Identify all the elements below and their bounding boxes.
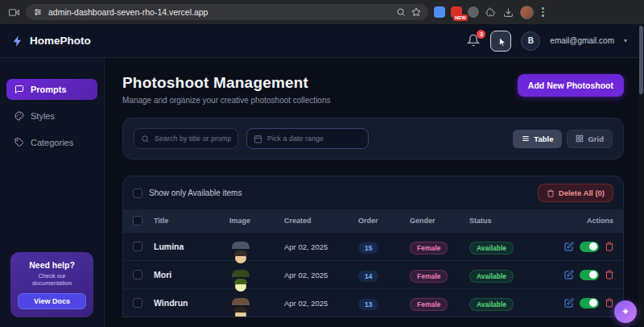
edit-icon[interactable] xyxy=(564,242,574,251)
availability-toggle[interactable] xyxy=(580,270,599,280)
main-content: Photoshoot Management Manage and organiz… xyxy=(105,58,638,327)
notifications-bell-icon[interactable]: 3 xyxy=(467,34,481,48)
photoshoot-table-card: Show only Available items Delete All (0)… xyxy=(122,176,624,317)
app-header: HomePhoto 3 B email@gmail.com ▾ xyxy=(0,24,638,58)
show-available-checkbox[interactable] xyxy=(133,188,142,198)
row-created: Apr 02, 2025 xyxy=(284,271,358,279)
table-row: Mori Apr 02, 2025 14 Female Available xyxy=(123,260,623,288)
help-title: Need help? xyxy=(18,260,86,270)
notification-count-badge: 3 xyxy=(477,30,485,39)
new-badge: NEW xyxy=(453,14,468,21)
user-avatar[interactable]: B xyxy=(521,31,540,51)
page-title: Photoshoot Management xyxy=(122,74,331,92)
table-view-button[interactable]: Table xyxy=(513,130,562,148)
gender-badge: Female xyxy=(410,298,448,311)
filter-bar: Table Grid xyxy=(122,118,624,159)
sidebar-item-prompts[interactable]: Prompts xyxy=(6,79,97,100)
help-subtitle: Check our documentation xyxy=(18,272,86,287)
view-toggle-group: Table Grid xyxy=(513,130,613,148)
screen: admin-dashboard-seven-rho-14.vercel.app … xyxy=(0,0,644,327)
sidebar-item-label: Styles xyxy=(31,111,55,121)
chevron-down-icon[interactable]: ▾ xyxy=(624,37,627,44)
gender-badge: Female xyxy=(410,270,448,283)
row-title: Windrun xyxy=(154,298,229,308)
row-title: Mori xyxy=(154,270,229,279)
table-row: Windrun Apr 02, 2025 13 Female Available xyxy=(123,288,623,317)
order-badge: 14 xyxy=(358,271,378,282)
browser-profile-avatar[interactable] xyxy=(520,6,534,19)
chat-icon xyxy=(14,85,24,94)
trash-icon[interactable] xyxy=(605,298,614,308)
sparkle-icon: ✦ xyxy=(621,306,630,317)
edit-icon[interactable] xyxy=(564,270,574,279)
add-new-photoshoot-button[interactable]: Add New Photoshoot xyxy=(518,74,624,97)
row-checkbox[interactable] xyxy=(133,298,142,308)
scrollbar-thumb[interactable] xyxy=(639,26,643,94)
row-checkbox[interactable] xyxy=(133,242,142,251)
bolt-logo-icon xyxy=(11,35,24,48)
tune-icon[interactable] xyxy=(33,7,43,17)
show-available-label: Show only Available items xyxy=(149,188,242,197)
sidebar-item-styles[interactable]: Styles xyxy=(6,106,97,126)
order-badge: 15 xyxy=(358,242,378,254)
availability-toggle[interactable] xyxy=(580,242,599,252)
tag-icon xyxy=(14,138,24,147)
page-subtitle: Manage and organize your creative photos… xyxy=(122,96,331,105)
puzzle-extensions-icon[interactable] xyxy=(485,6,497,19)
help-card: Need help? Check our documentation View … xyxy=(10,252,93,317)
search-icon[interactable] xyxy=(396,7,406,17)
search-field[interactable] xyxy=(134,128,238,149)
table-row: Lumina Apr 02, 2025 15 Female Available xyxy=(123,232,623,260)
grid-icon xyxy=(576,135,584,143)
col-image: Image xyxy=(229,217,284,225)
mouse-cursor-icon xyxy=(497,37,508,48)
col-created: Created xyxy=(284,217,358,225)
list-icon xyxy=(522,135,530,143)
sidebar-item-label: Prompts xyxy=(31,85,67,94)
sidebar: Prompts Styles Categories Need help? Che… xyxy=(0,58,105,327)
delete-all-button[interactable]: Delete All (0) xyxy=(538,184,613,202)
trash-icon[interactable] xyxy=(605,270,614,279)
gender-badge: Female xyxy=(410,242,448,255)
availability-toggle[interactable] xyxy=(580,298,599,308)
col-order: Order xyxy=(358,217,410,225)
trash-icon xyxy=(547,189,555,197)
brand[interactable]: HomePhoto xyxy=(11,35,91,48)
view-docs-button[interactable]: View Docs xyxy=(18,293,86,309)
sidebar-item-label: Categories xyxy=(31,138,73,147)
extension-blue-icon[interactable] xyxy=(434,6,445,18)
sidebar-item-categories[interactable]: Categories xyxy=(6,132,97,153)
browser-menu-icon[interactable] xyxy=(539,7,547,17)
page-header: Photoshoot Management Manage and organiz… xyxy=(122,74,624,105)
table-header-row: Title Image Created Order Gender Status … xyxy=(123,209,623,232)
edit-icon[interactable] xyxy=(564,298,574,308)
date-range-input[interactable] xyxy=(267,135,361,143)
extension-globe-icon[interactable] xyxy=(468,6,479,18)
row-title: Lumina xyxy=(154,242,229,251)
col-title: Title xyxy=(154,217,229,225)
user-email[interactable]: email@gmail.com xyxy=(550,36,614,45)
grid-view-button[interactable]: Grid xyxy=(567,130,613,148)
palette-icon xyxy=(14,111,24,121)
date-range-field[interactable] xyxy=(246,128,369,149)
cursor-tool-button[interactable] xyxy=(490,31,511,52)
status-badge: Available xyxy=(469,242,514,255)
row-created: Apr 02, 2025 xyxy=(284,242,358,251)
search-input[interactable] xyxy=(155,135,231,143)
chat-fab-button[interactable]: ✦ xyxy=(614,300,637,323)
download-icon[interactable] xyxy=(502,6,514,19)
trash-icon[interactable] xyxy=(605,242,614,251)
bookmark-star-icon[interactable] xyxy=(411,7,421,17)
row-created: Apr 02, 2025 xyxy=(284,299,358,308)
col-status: Status xyxy=(469,217,564,225)
row-checkbox[interactable] xyxy=(133,270,142,279)
status-badge: Available xyxy=(469,270,514,283)
search-icon xyxy=(141,135,150,143)
page-scrollbar[interactable] xyxy=(638,24,644,327)
extension-red-icon[interactable]: NEW xyxy=(451,6,462,18)
address-bar[interactable]: admin-dashboard-seven-rho-14.vercel.app xyxy=(26,4,428,20)
camera-icon[interactable] xyxy=(8,6,20,19)
col-actions: Actions xyxy=(564,217,613,225)
select-all-checkbox[interactable] xyxy=(133,216,142,226)
list-controls: Show only Available items Delete All (0) xyxy=(123,176,623,209)
